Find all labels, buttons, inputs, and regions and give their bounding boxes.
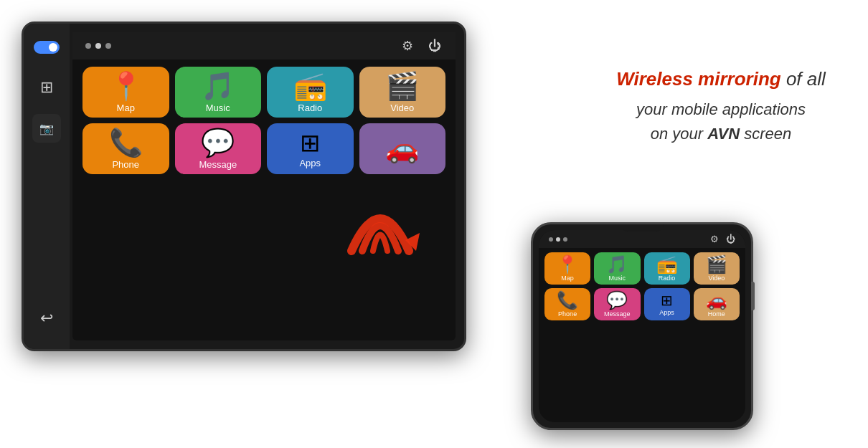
subline3: on your AVN screen xyxy=(595,122,846,146)
headline-rest1: of all xyxy=(781,68,826,90)
avn-app-grid: 📍 Map 🎵 Music 📻 Radio 🎬 Video 📞 Phone xyxy=(72,59,456,181)
phone-side-button xyxy=(751,282,755,310)
message-icon: 💬 xyxy=(201,129,235,156)
phone-dot-1 xyxy=(549,237,553,242)
text-panel: Wireless mirroring of all your mobile ap… xyxy=(595,65,846,146)
phone-phone-icon: 📞 xyxy=(557,292,578,309)
phone-icon: 📞 xyxy=(109,129,143,156)
extra-icon: 🚗 xyxy=(385,135,419,162)
headline: Wireless mirroring of all xyxy=(595,65,846,93)
phone-apps-icon: ⊞ xyxy=(661,293,673,308)
avn-app-music[interactable]: 🎵 Music xyxy=(175,67,262,118)
phone-app-music[interactable]: 🎵 Music xyxy=(594,252,640,285)
music-icon: 🎵 xyxy=(201,72,235,100)
phone-notch xyxy=(621,224,664,232)
phone-gear-icon[interactable]: ⚙ xyxy=(710,234,719,244)
map-icon: 📍 xyxy=(109,72,143,100)
phone-app-map[interactable]: 📍 Map xyxy=(544,252,590,285)
avn-app-message[interactable]: 💬 Message xyxy=(175,123,262,174)
avn-app-extra[interactable]: 🚗 xyxy=(359,123,446,174)
phone-screen: ⚙ ⏻ 📍 Map 🎵 Music 📻 Radio 🎬 Video xyxy=(539,230,745,422)
radio-icon: 📻 xyxy=(293,72,327,100)
video-label: Video xyxy=(390,103,414,113)
avn-topbar: ⚙ ⏻ xyxy=(72,32,456,59)
phone-message-icon: 💬 xyxy=(606,292,628,309)
phone-map-label: Map xyxy=(561,275,574,282)
phone-video-label: Video xyxy=(708,275,725,282)
avn-brand-text: AVN xyxy=(707,125,740,143)
avn-pagination-dots xyxy=(85,43,111,49)
phone-power-icon[interactable]: ⏻ xyxy=(726,234,735,244)
apps-icon: ⊞ xyxy=(300,130,320,155)
avn-app-apps[interactable]: ⊞ Apps xyxy=(267,123,354,174)
avn-dot-3 xyxy=(105,43,111,49)
music-label: Music xyxy=(206,103,230,113)
avn-topbar-icons: ⚙ ⏻ xyxy=(400,38,443,54)
phone-pagination-dots xyxy=(549,237,567,242)
avn-toggle[interactable] xyxy=(33,34,60,61)
phone-music-icon: 🎵 xyxy=(606,256,628,273)
avn-app-map[interactable]: 📍 Map xyxy=(82,67,169,118)
avn-dot-1 xyxy=(85,43,91,49)
line3-prefix: on your xyxy=(651,125,708,143)
phone-phone-label: Phone xyxy=(558,310,577,318)
avn-camera-button[interactable]: 📷 xyxy=(32,114,61,143)
video-icon: 🎬 xyxy=(385,72,419,100)
apps-label: Apps xyxy=(299,158,321,168)
phone-device: ⚙ ⏻ 📍 Map 🎵 Music 📻 Radio 🎬 Video xyxy=(531,222,753,430)
wireless-text: Wireless mirroring xyxy=(616,68,781,90)
phone-dot-3 xyxy=(563,237,567,242)
line3-suffix: screen xyxy=(740,125,791,143)
phone-home-label: Home xyxy=(708,310,725,318)
avn-app-video[interactable]: 🎬 Video xyxy=(359,67,446,118)
phone-video-icon: 🎬 xyxy=(706,256,727,273)
phone-app-home[interactable]: 🚗 Home xyxy=(694,288,740,320)
phone-app-grid: 📍 Map 🎵 Music 📻 Radio 🎬 Video 📞 Phone 💬 xyxy=(539,248,745,325)
message-label: Message xyxy=(199,159,237,170)
phone-topbar: ⚙ ⏻ xyxy=(539,230,745,248)
phone-apps-label: Apps xyxy=(659,309,674,316)
phone-app-video[interactable]: 🎬 Video xyxy=(694,252,740,285)
toggle-switch[interactable] xyxy=(34,41,60,54)
phone-topbar-icons: ⚙ ⏻ xyxy=(710,234,735,244)
phone-app-message[interactable]: 💬 Message xyxy=(594,288,640,320)
phone-label: Phone xyxy=(112,159,139,170)
wifi-signal-arrow xyxy=(337,179,423,272)
avn-app-radio[interactable]: 📻 Radio xyxy=(267,67,354,118)
phone-radio-icon: 📻 xyxy=(656,256,678,273)
phone-dot-2 xyxy=(556,237,560,242)
phone-map-icon: 📍 xyxy=(557,256,578,273)
avn-app-phone[interactable]: 📞 Phone xyxy=(82,123,169,174)
phone-app-apps[interactable]: ⊞ Apps xyxy=(644,288,690,320)
phone-app-radio[interactable]: 📻 Radio xyxy=(644,252,690,285)
subline2: your mobile applications xyxy=(595,97,846,122)
phone-message-label: Message xyxy=(604,310,631,318)
avn-back-button[interactable]: ↩ xyxy=(33,305,60,332)
avn-sidebar: ⊞ 📷 ↩ xyxy=(24,24,70,349)
avn-power-icon[interactable]: ⏻ xyxy=(427,38,443,54)
avn-dot-2 xyxy=(95,43,101,49)
phone-app-phone[interactable]: 📞 Phone xyxy=(544,288,590,320)
phone-music-label: Music xyxy=(609,275,626,282)
radio-label: Radio xyxy=(298,103,322,113)
phone-radio-label: Radio xyxy=(659,275,676,282)
avn-gear-icon[interactable]: ⚙ xyxy=(400,38,415,54)
avn-grid-button[interactable]: ⊞ xyxy=(33,74,60,101)
map-label: Map xyxy=(117,103,135,113)
phone-home-icon: 🚗 xyxy=(706,292,727,309)
